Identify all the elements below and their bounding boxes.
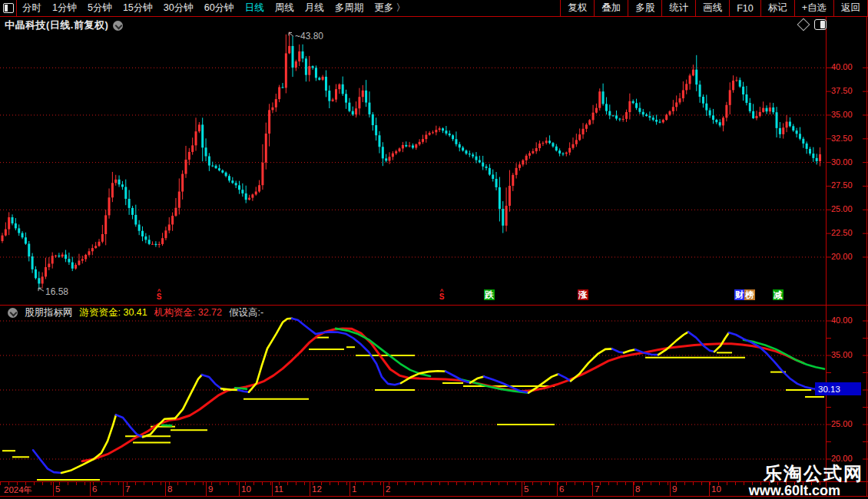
month-separator [123, 482, 124, 496]
month-separator [709, 482, 710, 496]
toolbar-button-画线[interactable]: 画线 [695, 0, 729, 16]
period-tab-日线[interactable]: 日线 [240, 2, 270, 15]
toolbar-button-统计[interactable]: 统计 [661, 0, 695, 16]
period-tab-多周期[interactable]: 多周期 [330, 2, 369, 15]
watermark-url: www.60lt.com [749, 484, 863, 498]
axis-tick-label: 40.00 [831, 62, 853, 71]
month-separator [522, 482, 522, 496]
axis-tick-label: 40.00 [831, 316, 853, 325]
watermark-site-name: 乐淘公式网 [749, 464, 863, 484]
axis-tick-label: 32.50 [831, 134, 853, 143]
month-label: 9 [672, 484, 677, 494]
month-label: 10 [241, 484, 251, 494]
date-minor-ticks [0, 482, 826, 485]
period-tab-月线[interactable]: 月线 [300, 2, 330, 15]
last-value-badge: 30.13 [815, 382, 861, 395]
toolbar-button-复权[interactable]: 复权 [560, 0, 594, 16]
toolbar-button-叠加[interactable]: 叠加 [594, 0, 628, 16]
month-label: 2 [386, 484, 390, 494]
period-toolbar: 分时1分钟5分钟15分钟30分钟60分钟日线周线月线多周期更多 〉 复权叠加多股… [0, 0, 868, 17]
signal-badge-榜: 榜 [744, 289, 755, 300]
axis-tick-label: 37.50 [831, 86, 853, 95]
month-separator [557, 482, 558, 496]
year-label: 2024年 [4, 484, 32, 496]
month-label: 6 [92, 484, 97, 494]
title-chevron-icon[interactable] [113, 21, 123, 31]
window-split-icon[interactable] [814, 19, 827, 30]
month-separator [53, 482, 54, 496]
month-separator [350, 482, 350, 496]
sell-signal-marker: ^S [437, 289, 446, 300]
period-tab-分时[interactable]: 分时 [17, 2, 47, 15]
period-tab-5分钟[interactable]: 5分钟 [82, 2, 118, 15]
month-separator [90, 482, 91, 496]
month-separator [165, 482, 166, 496]
action-toolbar: 复权叠加多股统计画线F10标记+自选返回 [560, 0, 868, 16]
institution-money-value: 机构资金: 32.72 [154, 306, 222, 319]
month-separator [592, 482, 593, 496]
title-row-icons [799, 19, 827, 30]
page-title: 中晶科技(日线.前复权) [5, 18, 108, 32]
month-label: 9 [208, 484, 213, 494]
layout-icon[interactable] [0, 0, 17, 16]
axis-tick-label: 35.00 [831, 110, 853, 119]
axis-tick-label: 20.00 [831, 454, 853, 463]
period-tab-60分钟[interactable]: 60分钟 [199, 2, 240, 15]
axis-tick-label: 35.00 [831, 350, 853, 359]
signal-badge-跌: 跌 [484, 289, 495, 300]
month-label: 10 [711, 484, 721, 494]
stock-app-window: { "toolbar": { "left_items": ["分时","1分钟"… [0, 0, 868, 499]
axis-tick-label: 20.00 [831, 252, 853, 261]
chart-title-row: 中晶科技(日线.前复权) [0, 17, 868, 34]
axis-tick-label: 22.50 [831, 228, 853, 237]
month-label: 12 [312, 484, 322, 494]
signal-badge-减: 减 [773, 289, 784, 300]
month-separator [239, 482, 240, 496]
diamond-marker-icon[interactable] [797, 18, 810, 31]
period-tab-更多 〉[interactable]: 更多 〉 [369, 2, 411, 15]
period-tabs: 分时1分钟5分钟15分钟30分钟60分钟日线周线月线多周期更多 〉 [17, 2, 411, 15]
main-candlestick-and-indicator-chart: ~43.8016.58 [0, 0, 868, 499]
svg-text:16.58: 16.58 [45, 286, 68, 297]
watermark: 乐淘公式网 www.60lt.com [749, 464, 863, 498]
date-axis: 2024年 56789101112125678910 [0, 482, 826, 496]
toolbar-button-标记[interactable]: 标记 [760, 0, 794, 16]
signal-badge-涨: 涨 [578, 289, 588, 300]
indicator-chevron-icon[interactable] [8, 308, 18, 318]
period-tab-1分钟[interactable]: 1分钟 [47, 2, 82, 15]
signal-badge-财: 财 [734, 289, 745, 300]
axis-tick-label: 25.00 [831, 419, 853, 428]
month-separator [633, 482, 634, 496]
period-tab-周线[interactable]: 周线 [270, 2, 300, 15]
month-label: 7 [595, 484, 599, 494]
axis-tick-label: 25.00 [831, 204, 853, 213]
assume-high-value: 假设高:- [229, 306, 263, 319]
month-separator [383, 482, 384, 496]
hot-money-value: 游资资金: 30.41 [80, 306, 147, 319]
axis-tick-label: 27.50 [831, 180, 853, 190]
month-separator [670, 482, 671, 496]
month-label: 5 [55, 484, 60, 494]
indicator-source-label: 股朋指标网 [25, 306, 73, 319]
toolbar-button-+自选[interactable]: +自选 [794, 0, 833, 16]
month-label: 8 [167, 484, 172, 494]
axis-tick-label: 30.00 [831, 157, 853, 167]
indicator-header: 股朋指标网 游资资金: 30.41 机构资金: 32.72 假设高:- [3, 306, 263, 319]
period-tab-15分钟[interactable]: 15分钟 [118, 2, 158, 15]
month-label: 11 [274, 484, 283, 494]
month-label: 5 [524, 484, 528, 494]
month-label: 6 [559, 484, 564, 494]
month-label: 1 [352, 484, 356, 494]
period-tab-30分钟[interactable]: 30分钟 [158, 2, 199, 15]
month-separator [272, 482, 273, 496]
month-separator [310, 482, 310, 496]
month-label: 8 [635, 484, 640, 494]
toolbar-button-多股[interactable]: 多股 [628, 0, 661, 16]
toolbar-button-返回[interactable]: 返回 [833, 0, 868, 16]
month-separator [206, 482, 207, 496]
sell-signal-marker: ^S [154, 289, 164, 300]
month-label: 7 [125, 484, 130, 494]
toolbar-button-F10[interactable]: F10 [729, 0, 760, 16]
